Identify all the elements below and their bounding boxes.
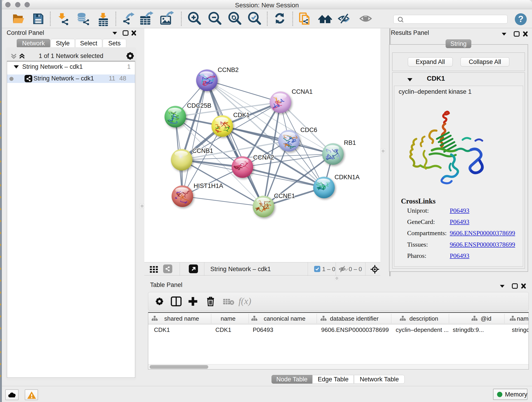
svg-text:CDC6: CDC6 <box>300 127 317 133</box>
svg-text:CCNA2: CCNA2 <box>253 154 274 161</box>
svg-text:CCNB2: CCNB2 <box>218 66 239 73</box>
svg-text:CCNA1: CCNA1 <box>292 88 313 95</box>
svg-text:?: ? <box>518 14 523 24</box>
svg-text:CDK1: CDK1 <box>233 112 250 119</box>
svg-text:CCNB1: CCNB1 <box>192 147 213 154</box>
svg-text:CDKN1A: CDKN1A <box>335 174 360 181</box>
svg-text:RB1: RB1 <box>344 139 356 146</box>
svg-text:CDC25B: CDC25B <box>187 102 211 109</box>
svg-text:HIST1H1A: HIST1H1A <box>194 182 223 189</box>
svg-text:CCNE1: CCNE1 <box>274 192 295 199</box>
